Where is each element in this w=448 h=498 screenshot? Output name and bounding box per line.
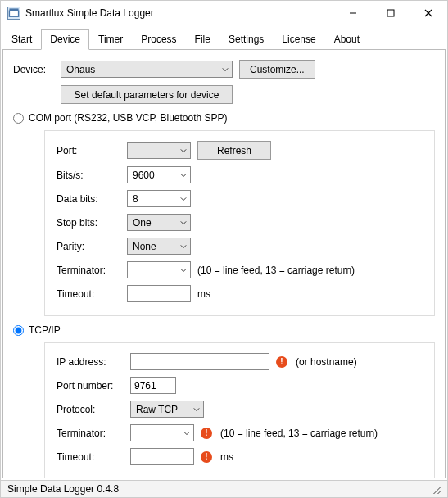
- chevron-down-icon: [180, 217, 187, 229]
- chevron-down-icon: [222, 64, 229, 75]
- tcp-timeout-label: Timeout:: [57, 451, 124, 463]
- ip-hint: (or hostname): [296, 356, 357, 368]
- tcp-terminator-hint: (10 = line feed, 13 = carriage return): [220, 428, 378, 439]
- parity-value: None: [133, 241, 156, 252]
- chevron-down-icon: [180, 193, 187, 205]
- bits-label: Bits/s:: [57, 170, 120, 181]
- chevron-down-icon: [180, 241, 187, 252]
- device-select[interactable]: Ohaus: [61, 61, 233, 78]
- com-terminator-hint: (10 = line feed, 13 = carriage return): [197, 265, 355, 276]
- protocol-label: Protocol:: [57, 404, 124, 415]
- com-port-radio[interactable]: [13, 113, 24, 124]
- set-defaults-button[interactable]: Set default parameters for device: [61, 85, 233, 104]
- maximize-button[interactable]: [372, 1, 410, 25]
- tcp-group: IP address: !(or hostname) Port number: …: [44, 342, 435, 478]
- com-port-label: Port:: [57, 145, 120, 156]
- svg-rect-3: [387, 10, 394, 16]
- com-port-select[interactable]: [127, 142, 191, 159]
- com-terminator-label: Terminator:: [57, 265, 120, 276]
- tcp-timeout-unit: ms: [220, 451, 233, 463]
- parity-select[interactable]: None: [127, 238, 191, 255]
- tab-bar: Start Device Timer Process File Settings…: [1, 25, 447, 49]
- tcp-timeout-input[interactable]: [130, 448, 194, 465]
- com-port-radio-label: COM port (RS232, USB VCP, Bluetooth SPP): [29, 112, 228, 124]
- tab-about[interactable]: About: [325, 29, 369, 50]
- window-title: Smartlux Simple Data Logger: [25, 7, 334, 19]
- databits-label: Data bits:: [57, 193, 120, 205]
- tab-start[interactable]: Start: [2, 29, 41, 50]
- close-button[interactable]: [410, 1, 447, 25]
- refresh-button[interactable]: Refresh: [197, 141, 271, 160]
- resize-grip-icon[interactable]: [431, 484, 441, 494]
- parity-label: Parity:: [57, 241, 120, 252]
- tcpip-radio-label: TCP/IP: [29, 324, 61, 336]
- tcp-port-input[interactable]: [130, 377, 176, 394]
- minimize-button[interactable]: [334, 1, 372, 25]
- databits-value: 8: [133, 193, 138, 205]
- device-select-value: Ohaus: [66, 64, 95, 75]
- tab-process[interactable]: Process: [132, 29, 185, 50]
- tcp-terminator-label: Terminator:: [57, 428, 124, 439]
- warning-icon: !: [276, 356, 287, 368]
- tcpip-radio[interactable]: [13, 325, 24, 336]
- warning-icon: !: [201, 451, 212, 463]
- device-label: Device:: [13, 64, 54, 75]
- tab-settings[interactable]: Settings: [219, 29, 273, 50]
- chevron-down-icon: [193, 404, 200, 415]
- chevron-down-icon: [180, 265, 187, 276]
- com-terminator-select[interactable]: [127, 261, 191, 278]
- status-bar: Simple Data Logger 0.4.8: [1, 480, 447, 497]
- chevron-down-icon: [183, 428, 190, 439]
- titlebar: Smartlux Simple Data Logger: [1, 1, 447, 25]
- com-timeout-label: Timeout:: [57, 288, 120, 300]
- chevron-down-icon: [180, 170, 187, 181]
- chevron-down-icon: [180, 145, 187, 156]
- stopbits-select[interactable]: One: [127, 214, 191, 231]
- customize-button[interactable]: Customize...: [239, 60, 315, 79]
- com-timeout-input[interactable]: [127, 285, 191, 302]
- warning-icon: !: [201, 428, 212, 439]
- tab-timer[interactable]: Timer: [89, 29, 132, 50]
- stopbits-value: One: [133, 217, 152, 229]
- bits-value: 9600: [133, 170, 155, 181]
- tcp-port-label: Port number:: [57, 380, 124, 392]
- bits-select[interactable]: 9600: [127, 166, 191, 183]
- stopbits-label: Stop bits:: [57, 217, 120, 229]
- status-text: Simple Data Logger 0.4.8: [7, 483, 119, 495]
- app-icon: [7, 7, 20, 20]
- tab-license[interactable]: License: [273, 29, 324, 50]
- ip-input[interactable]: [130, 353, 269, 370]
- com-timeout-unit: ms: [197, 288, 210, 300]
- tab-content-device: Device: Ohaus Customize... Set default p…: [2, 49, 446, 478]
- databits-select[interactable]: 8: [127, 190, 191, 207]
- tab-device[interactable]: Device: [41, 29, 89, 50]
- tcp-terminator-select[interactable]: [130, 424, 194, 441]
- protocol-value: Raw TCP: [136, 404, 178, 415]
- com-group: Port: Refresh Bits/s: 9600 Data bits: 8 …: [44, 130, 435, 316]
- tab-file[interactable]: File: [186, 29, 219, 50]
- protocol-select[interactable]: Raw TCP: [130, 401, 204, 418]
- svg-rect-1: [9, 8, 18, 11]
- ip-label: IP address:: [57, 356, 124, 368]
- svg-rect-0: [9, 11, 18, 16]
